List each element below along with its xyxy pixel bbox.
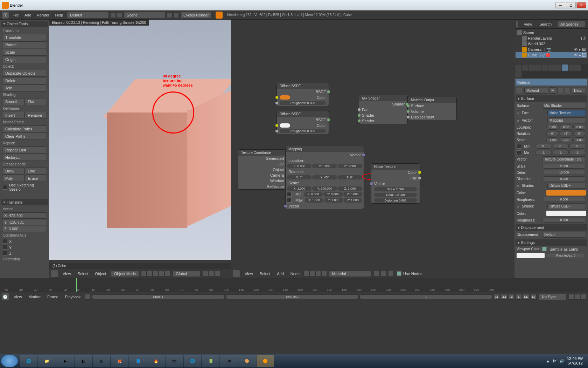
erase-button[interactable]: Erase	[25, 175, 47, 182]
mapping-rot-y[interactable]: Y: 45°	[312, 175, 337, 179]
sketching-checkbox[interactable]: Use Sketching Sessio	[1, 182, 48, 192]
link-data-dropdown[interactable]: Data	[572, 88, 586, 94]
origin-button[interactable]: Origin	[2, 56, 47, 63]
scale-x[interactable]: 1.00	[546, 137, 559, 142]
rot-z[interactable]: 0°	[573, 131, 586, 136]
taskbar-hp[interactable]: hp	[166, 355, 183, 367]
diffuse-bsdf-node-2[interactable]: Diffuse BSDF BSDF Color Roughness 0.000	[276, 111, 329, 134]
smooth-button[interactable]: Smooth	[2, 98, 24, 105]
loc-x[interactable]: 0.00	[546, 125, 559, 130]
add-scene-icon[interactable]	[167, 12, 173, 18]
fake-user-button[interactable]: F	[549, 87, 556, 94]
data-tab[interactable]	[555, 64, 561, 71]
ne-view-menu[interactable]: View	[242, 271, 256, 277]
vector-dropdown[interactable]: Mapping	[547, 117, 586, 123]
noise-distortion-field[interactable]: 0.000	[542, 176, 586, 181]
vp-object-menu[interactable]: Object	[92, 271, 109, 277]
taskbar-clock[interactable]: 12:49 PM 5/7/2012	[567, 356, 583, 366]
material-tab[interactable]	[562, 64, 568, 71]
min-check[interactable]	[517, 144, 521, 149]
tray-up-icon[interactable]: ▲	[546, 359, 550, 363]
constraint-z[interactable]: Z	[1, 250, 48, 256]
rot-y[interactable]: 45°	[560, 131, 572, 136]
3d-viewport[interactable]: Elapsed: 00:23.13 | Rendering | Path Tra…	[49, 20, 231, 278]
mapping-loc-x[interactable]: X: 0.000	[287, 164, 312, 168]
taskbar-explorer[interactable]: 📁	[38, 355, 56, 367]
mapping-scale-z[interactable]: Z: 1.000	[338, 186, 362, 191]
outliner-filter-dropdown[interactable]: All Scenes	[557, 21, 585, 27]
rot-x[interactable]: 0°	[546, 131, 559, 136]
taskbar-chrome[interactable]: 🌐	[184, 355, 201, 367]
timeline-editor[interactable]: -50-40-30-20-100102030405060708090100110…	[0, 278, 588, 302]
system-tray[interactable]: ▲ 🏳 🔊 12:49 PM 5/7/2012	[546, 356, 587, 366]
viewport-editor-icon[interactable]	[51, 270, 58, 277]
poly-button[interactable]: Poly	[2, 175, 24, 182]
tl-playback-menu[interactable]: Playback	[62, 294, 84, 300]
add-material-icon[interactable]	[558, 88, 563, 93]
ne-type-icons[interactable]	[303, 271, 327, 277]
taskbar-media[interactable]: ▶	[56, 355, 74, 367]
viewport-color-swatch[interactable]	[517, 253, 545, 258]
outliner-view-menu[interactable]: View	[521, 21, 535, 27]
ne-node-menu[interactable]: Node	[288, 271, 302, 277]
mapping-scale-x[interactable]: X: 1.000	[287, 186, 312, 191]
maximize-button[interactable]: ◻	[566, 2, 576, 8]
max-check[interactable]	[517, 150, 521, 155]
mapping-max-check[interactable]	[287, 198, 292, 203]
tray-flag-icon[interactable]: 🏳	[553, 359, 556, 363]
outliner-cube[interactable]: Cube| ▽ 🔴👁 ▸ 🖼	[516, 52, 587, 58]
loc-z[interactable]: 0.00	[573, 125, 586, 130]
translate-y-field[interactable]: Y: -110.731	[2, 219, 47, 225]
modifiers-tab[interactable]	[548, 64, 555, 71]
roughness1-field[interactable]: 0.000	[542, 197, 586, 202]
scene-tab[interactable]	[522, 64, 528, 71]
mapping-loc-y[interactable]: Y: 0.000	[312, 164, 337, 168]
noise-scale-field[interactable]: 2.000	[542, 164, 586, 169]
outliner[interactable]: Scene RenderLayers| ⓘ World.002 Camera| …	[514, 29, 588, 64]
constraints-tab[interactable]	[542, 64, 548, 71]
shader2-dropdown[interactable]: Diffuse BSDF	[547, 203, 586, 209]
taskbar-app2[interactable]: ⊞	[93, 355, 110, 367]
mode-dropdown[interactable]: Object Mode	[111, 271, 139, 277]
delete-button[interactable]: Delete	[2, 77, 47, 84]
editor-type-icon[interactable]: ⓘ	[2, 12, 9, 19]
play-button[interactable]: ▶	[516, 294, 522, 300]
calc-paths-button[interactable]: Calculate Paths	[2, 125, 47, 132]
timeline-ruler[interactable]: -50-40-30-20-100102030405060708090100110…	[0, 278, 588, 292]
orientation-dropdown[interactable]: Global	[173, 271, 201, 277]
add-layout-icon[interactable]	[110, 12, 116, 18]
tray-volume-icon[interactable]: 🔊	[559, 359, 564, 363]
scene-dropdown[interactable]: Scene	[124, 12, 166, 18]
clear-paths-button[interactable]: Clear Paths	[2, 133, 47, 140]
screen-layout-dropdown[interactable]: Default	[67, 12, 109, 18]
shader1-dropdown[interactable]: Diffuse BSDF	[547, 183, 586, 189]
menu-help[interactable]: Help	[52, 12, 66, 18]
ne-f-button[interactable]	[373, 271, 379, 277]
loc-y[interactable]: 0.00	[560, 125, 572, 130]
taskbar-app1[interactable]: ◧	[75, 355, 92, 367]
material-output-node[interactable]: Material Outpu Surface Volume Displaceme…	[408, 97, 457, 120]
texture-tab[interactable]	[568, 64, 575, 71]
taskbar-app7[interactable]: 🖥	[220, 355, 238, 367]
taskbar-app6[interactable]: 📗	[202, 355, 219, 367]
menu-file[interactable]: File	[10, 12, 22, 18]
displacement-section-header[interactable]: Displacement	[516, 224, 587, 231]
surface-section-header[interactable]: Surface	[516, 95, 587, 102]
ne-select-menu[interactable]: Select	[257, 271, 273, 277]
outliner-search-menu[interactable]: Search	[537, 21, 554, 27]
start-button[interactable]	[1, 355, 18, 367]
outliner-scene[interactable]: Scene	[516, 30, 587, 35]
material-datablock[interactable]: Material	[329, 271, 371, 277]
object-tools-header[interactable]: Object Tools	[1, 21, 48, 27]
physics-tab[interactable]	[515, 71, 522, 77]
object-tab[interactable]	[535, 64, 541, 71]
scale-button[interactable]: Scale	[2, 49, 47, 56]
noise-detail-field[interactable]: 10.000	[542, 170, 586, 175]
remove-keyframe-button[interactable]: Remove	[25, 112, 47, 119]
translate-x-field[interactable]: X: 472.402	[2, 212, 47, 219]
scale-y[interactable]: 100.	[560, 137, 572, 142]
material-name-field[interactable]: Material	[524, 88, 548, 94]
node-editor-icon[interactable]	[233, 270, 240, 277]
color2-swatch[interactable]	[546, 211, 586, 216]
constraint-x[interactable]: X	[1, 238, 48, 244]
